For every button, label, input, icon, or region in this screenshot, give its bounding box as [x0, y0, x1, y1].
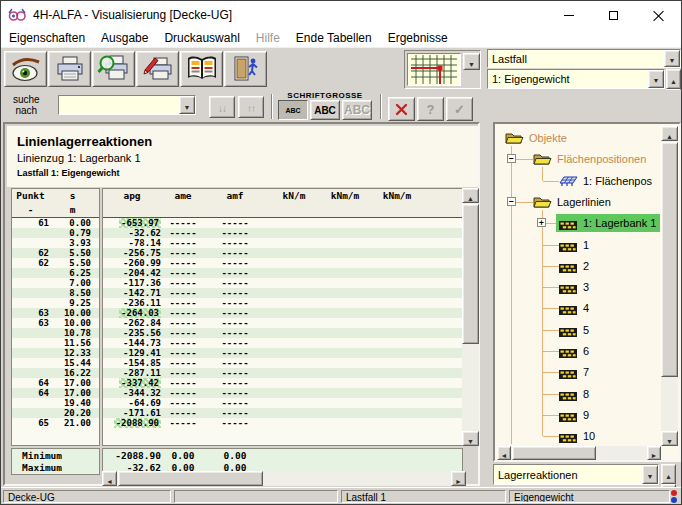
- search-combo[interactable]: [58, 95, 196, 115]
- table-row[interactable]: 6417.00: [12, 388, 99, 398]
- tree-item-1-flächenpos[interactable]: 1: Flächenpos: [583, 172, 652, 190]
- table-row[interactable]: 7.00: [12, 278, 99, 288]
- table-row[interactable]: -129.41----------: [103, 348, 462, 358]
- table-row[interactable]: 8.50: [12, 288, 99, 298]
- tree-item-10[interactable]: 10: [583, 427, 595, 445]
- maximize-button[interactable]: [591, 1, 636, 29]
- table-row[interactable]: -236.11----------: [103, 298, 462, 308]
- fontsize-small-button[interactable]: ABC: [278, 100, 308, 120]
- fontsize-medium-button[interactable]: ABC: [310, 100, 340, 120]
- search-next-button[interactable]: [209, 96, 235, 118]
- table-row[interactable]: 11.56: [12, 338, 99, 348]
- table-row[interactable]: -2088.90----------: [103, 418, 462, 428]
- scroll-up-button[interactable]: [661, 126, 678, 141]
- table-row[interactable]: -256.75----------: [103, 248, 462, 258]
- print-preview-button[interactable]: [92, 51, 135, 87]
- tree-item-5[interactable]: 5: [583, 321, 589, 339]
- print-button[interactable]: [48, 51, 91, 87]
- tree-item-flächenpositionen[interactable]: Flächenpositionen: [557, 150, 646, 168]
- table-view-selector[interactable]: [404, 50, 481, 89]
- table-row[interactable]: 16.22: [12, 368, 99, 378]
- table-row[interactable]: -171.61----------: [103, 408, 462, 418]
- tree-item-1-lagerbank-1[interactable]: 1: Lagerbank 1: [583, 214, 656, 232]
- scroll-down-button[interactable]: [661, 431, 678, 446]
- lastfall-dropdown-button[interactable]: [664, 50, 680, 67]
- tree-expander-minus[interactable]: −: [507, 154, 516, 163]
- menu-item-eigenschaften[interactable]: Eigenschaften: [9, 31, 85, 45]
- tree-item-3[interactable]: 3: [583, 278, 589, 296]
- loadcase-combo[interactable]: 1: Eigengewicht: [487, 69, 665, 89]
- fontsize-large-button[interactable]: ABC: [342, 100, 372, 120]
- table-row[interactable]: 19.40: [12, 398, 99, 408]
- loadcase-spin-up-button[interactable]: [666, 69, 681, 89]
- exit-button[interactable]: [224, 51, 267, 87]
- table-row[interactable]: 610.00: [12, 218, 99, 228]
- table-row[interactable]: 6521.00: [12, 418, 99, 428]
- tree-expander-minus[interactable]: −: [507, 197, 516, 206]
- table-row[interactable]: 6.25: [12, 268, 99, 278]
- table-row[interactable]: 6310.00: [12, 308, 99, 318]
- scroll-right-button[interactable]: [647, 446, 661, 460]
- menu-item-druckauswahl[interactable]: Druckauswahl: [164, 31, 239, 45]
- scroll-right-button[interactable]: [451, 471, 466, 486]
- scrollbar-thumb[interactable]: [462, 204, 479, 344]
- manual-button[interactable]: [180, 51, 223, 87]
- result-type-combo[interactable]: Lagerreaktionen: [493, 464, 659, 485]
- scrollbar-thumb[interactable]: [512, 446, 596, 460]
- table-row[interactable]: 625.50: [12, 248, 99, 258]
- menu-item-hilfe[interactable]: Hilfe: [256, 31, 280, 45]
- table-row[interactable]: 15.44: [12, 358, 99, 368]
- table-row[interactable]: -32.62----------: [103, 228, 462, 238]
- tree-item-9[interactable]: 9: [583, 406, 589, 424]
- table-row[interactable]: 12.33: [12, 348, 99, 358]
- tree-expander-plus[interactable]: +: [537, 218, 546, 227]
- cancel-button[interactable]: [388, 97, 415, 121]
- table-row[interactable]: -235.56----------: [103, 328, 462, 338]
- table-row[interactable]: 0.79: [12, 228, 99, 238]
- help-button[interactable]: [417, 97, 444, 121]
- search-prev-button[interactable]: [238, 96, 264, 118]
- loadcase-dropdown-button[interactable]: [648, 70, 664, 88]
- table-row[interactable]: 6417.00: [12, 378, 99, 388]
- scrollbar-thumb[interactable]: [118, 471, 263, 486]
- table-row[interactable]: 3.93: [12, 238, 99, 248]
- minimize-button[interactable]: [546, 1, 591, 29]
- search-dropdown-button[interactable]: [179, 96, 195, 114]
- table-view-dropdown-button[interactable]: [463, 53, 480, 70]
- scrollbar-thumb[interactable]: [661, 142, 678, 377]
- table-row[interactable]: -287.11----------: [103, 368, 462, 378]
- tree-item-lagerlinien[interactable]: Lagerlinien: [557, 193, 611, 211]
- table-row[interactable]: -64.69----------: [103, 398, 462, 408]
- table-row[interactable]: -144.73----------: [103, 338, 462, 348]
- result-type-dropdown-button[interactable]: [642, 465, 658, 484]
- tree-item-8[interactable]: 8: [583, 385, 589, 403]
- view-button[interactable]: [4, 51, 47, 87]
- search-input[interactable]: [59, 96, 179, 114]
- close-button[interactable]: [636, 1, 681, 29]
- menu-item-ende-tabellen[interactable]: Ende Tabellen: [296, 31, 372, 45]
- table-row[interactable]: -262.84----------: [103, 318, 462, 328]
- scroll-down-button[interactable]: [462, 431, 479, 446]
- table-vertical-scrollbar[interactable]: [462, 188, 479, 446]
- table-row[interactable]: 6310.00: [12, 318, 99, 328]
- table-row[interactable]: -264.03----------: [103, 308, 462, 318]
- result-spin-up-button[interactable]: [661, 464, 676, 484]
- table-row[interactable]: -117.36----------: [103, 278, 462, 288]
- lastfall-combo[interactable]: Lastfall: [487, 49, 681, 68]
- tree-item-6[interactable]: 6: [583, 342, 589, 360]
- table-row[interactable]: -260.99----------: [103, 258, 462, 268]
- table-row[interactable]: 625.50: [12, 258, 99, 268]
- confirm-button[interactable]: [446, 97, 473, 121]
- tree-item-2[interactable]: 2: [583, 257, 589, 275]
- table-row[interactable]: -78.14----------: [103, 238, 462, 248]
- table-row[interactable]: 9.25: [12, 298, 99, 308]
- table-row[interactable]: -344.32----------: [103, 388, 462, 398]
- scroll-left-button[interactable]: [497, 446, 511, 460]
- table-row[interactable]: -142.71----------: [103, 288, 462, 298]
- tree-item-4[interactable]: 4: [583, 299, 589, 317]
- print-selection-button[interactable]: [136, 51, 179, 87]
- table-row[interactable]: -653.97----------: [103, 218, 462, 228]
- scroll-left-button[interactable]: [102, 471, 117, 486]
- table-row[interactable]: -154.85----------: [103, 358, 462, 368]
- menu-item-ergebnisse[interactable]: Ergebnisse: [388, 31, 448, 45]
